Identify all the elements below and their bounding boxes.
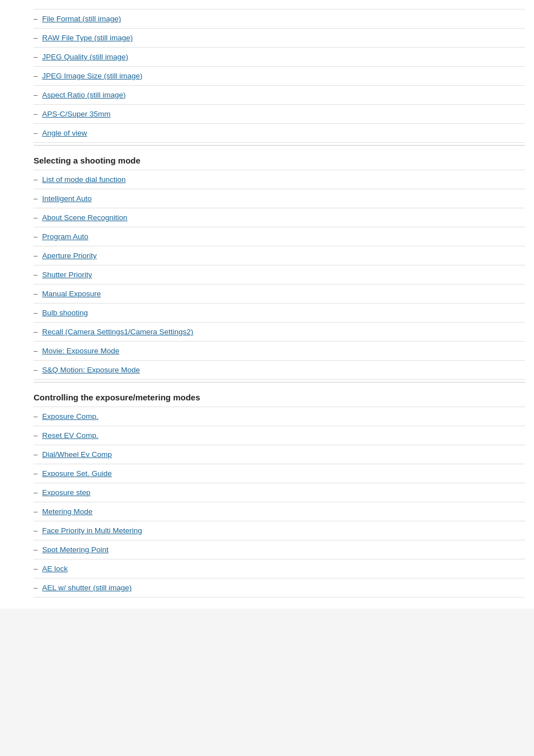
list-item: –Manual Exposure	[34, 284, 525, 304]
list-link[interactable]: Spot Metering Point	[42, 545, 109, 554]
list-link[interactable]: Exposure Comp.	[42, 412, 99, 421]
list-item: –File Format (still image)	[34, 9, 525, 29]
list-link[interactable]: Intelligent Auto	[42, 194, 92, 203]
list-link[interactable]: Exposure Set. Guide	[42, 469, 112, 478]
list-dash: –	[34, 213, 38, 222]
list-dash: –	[34, 110, 38, 118]
list-dash: –	[34, 450, 38, 459]
section-no-header-top: –File Format (still image)–RAW File Type…	[34, 9, 525, 143]
list-item: –RAW File Type (still image)	[34, 29, 525, 48]
list-item: –Aspect Ratio (still image)	[34, 86, 525, 105]
list-link[interactable]: Program Auto	[42, 232, 88, 241]
list-item: –Spot Metering Point	[34, 540, 525, 559]
list-item: –Aperture Priority	[34, 246, 525, 265]
list-item: –Reset EV Comp.	[34, 426, 525, 445]
section-divider	[34, 145, 525, 146]
list-link[interactable]: Shutter Priority	[42, 270, 92, 279]
list-link[interactable]: APS-C/Super 35mm	[42, 110, 110, 118]
list-link[interactable]: AEL w/ shutter (still image)	[42, 584, 132, 592]
section-divider	[34, 382, 525, 382]
list-dash: –	[34, 488, 38, 497]
list-link[interactable]: Angle of view	[42, 129, 87, 137]
list-link[interactable]: Aperture Priority	[42, 251, 97, 260]
list-item: –Exposure step	[34, 483, 525, 502]
list-dash: –	[34, 251, 38, 260]
list-link[interactable]: JPEG Image Size (still image)	[42, 72, 142, 80]
list-item: –About Scene Recognition	[34, 208, 525, 227]
list-item: –Intelligent Auto	[34, 189, 525, 208]
list-item: –Shutter Priority	[34, 265, 525, 284]
list-item: –Angle of view	[34, 124, 525, 143]
list-dash: –	[34, 34, 38, 42]
list-link[interactable]: Metering Mode	[42, 507, 92, 516]
list-link[interactable]: Aspect Ratio (still image)	[42, 91, 125, 99]
list-item: –Face Priority in Multi Metering	[34, 521, 525, 540]
list-link[interactable]: AE lock	[42, 564, 68, 573]
list-dash: –	[34, 347, 38, 355]
list-item: –Bulb shooting	[34, 304, 525, 323]
list-link[interactable]: Reset EV Comp.	[42, 431, 99, 440]
list-item: –APS-C/Super 35mm	[34, 105, 525, 124]
list-link[interactable]: About Scene Recognition	[42, 213, 127, 222]
list-link[interactable]: S&Q Motion: Exposure Mode	[42, 366, 140, 374]
section-header: Selecting a shooting mode	[34, 148, 525, 170]
list-item: –S&Q Motion: Exposure Mode	[34, 361, 525, 380]
list-dash: –	[34, 129, 38, 137]
list-item: –Dial/Wheel Ev Comp	[34, 445, 525, 464]
list-dash: –	[34, 91, 38, 99]
list-dash: –	[34, 564, 38, 573]
list-dash: –	[34, 53, 38, 61]
list-item: –JPEG Image Size (still image)	[34, 67, 525, 86]
list-dash: –	[34, 366, 38, 374]
section-controlling-exposure: Controlling the exposure/metering modes–…	[34, 382, 525, 598]
list-dash: –	[34, 526, 38, 535]
list-dash: –	[34, 431, 38, 440]
list-item: –AEL w/ shutter (still image)	[34, 578, 525, 598]
list-item: –Recall (Camera Settings1/Camera Setting…	[34, 323, 525, 342]
list-link[interactable]: RAW File Type (still image)	[42, 34, 133, 42]
list-item: –JPEG Quality (still image)	[34, 48, 525, 67]
list-link[interactable]: Dial/Wheel Ev Comp	[42, 450, 112, 459]
page-container: –File Format (still image)–RAW File Type…	[0, 0, 534, 609]
list-link[interactable]: Face Priority in Multi Metering	[42, 526, 142, 535]
list-link[interactable]: Recall (Camera Settings1/Camera Settings…	[42, 328, 193, 336]
list-dash: –	[34, 545, 38, 554]
list-dash: –	[34, 290, 38, 298]
list-dash: –	[34, 72, 38, 80]
list-link[interactable]: File Format (still image)	[42, 15, 121, 23]
list-link[interactable]: Exposure step	[42, 488, 90, 497]
section-selecting-shooting-mode: Selecting a shooting mode–List of mode d…	[34, 145, 525, 380]
list-link[interactable]: List of mode dial function	[42, 175, 125, 184]
list-item: –Exposure Comp.	[34, 407, 525, 426]
list-dash: –	[34, 507, 38, 516]
list-dash: –	[34, 194, 38, 203]
list-item: –Metering Mode	[34, 502, 525, 521]
list-dash: –	[34, 175, 38, 184]
list-dash: –	[34, 15, 38, 23]
list-dash: –	[34, 412, 38, 421]
list-dash: –	[34, 584, 38, 592]
list-link[interactable]: Bulb shooting	[42, 309, 88, 317]
list-item: –Movie: Exposure Mode	[34, 342, 525, 361]
list-dash: –	[34, 309, 38, 317]
list-dash: –	[34, 469, 38, 478]
list-dash: –	[34, 328, 38, 336]
list-link[interactable]: JPEG Quality (still image)	[42, 53, 128, 61]
list-item: –List of mode dial function	[34, 170, 525, 189]
list-item: –Program Auto	[34, 227, 525, 246]
list-item: –AE lock	[34, 559, 525, 578]
list-link[interactable]: Manual Exposure	[42, 290, 101, 298]
list-dash: –	[34, 270, 38, 279]
list-item: –Exposure Set. Guide	[34, 464, 525, 483]
section-header: Controlling the exposure/metering modes	[34, 385, 525, 407]
list-link[interactable]: Movie: Exposure Mode	[42, 347, 119, 355]
list-dash: –	[34, 232, 38, 241]
